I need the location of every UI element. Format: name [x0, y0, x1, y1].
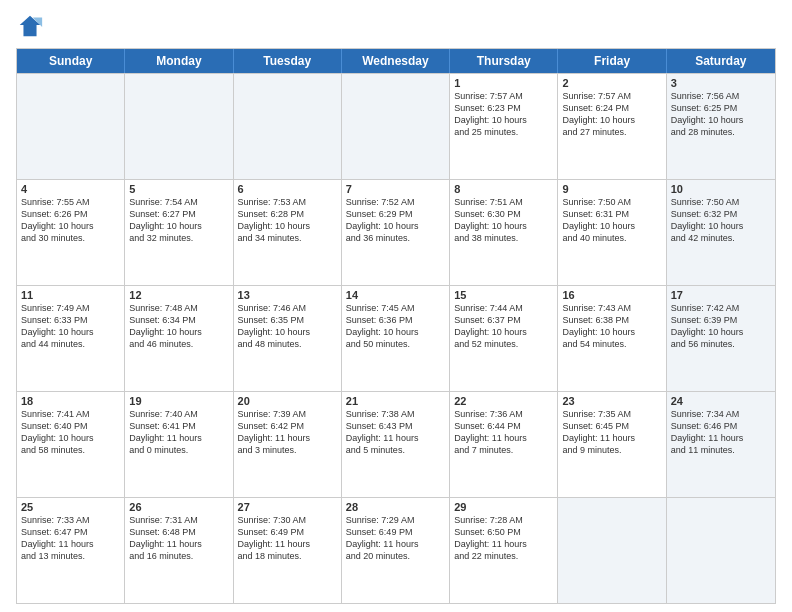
day-number: 16 — [562, 289, 661, 301]
calendar-cell: 8Sunrise: 7:51 AM Sunset: 6:30 PM Daylig… — [450, 180, 558, 285]
day-header-saturday: Saturday — [667, 49, 775, 73]
calendar-cell — [17, 74, 125, 179]
week-row-5: 25Sunrise: 7:33 AM Sunset: 6:47 PM Dayli… — [17, 497, 775, 603]
calendar-cell: 5Sunrise: 7:54 AM Sunset: 6:27 PM Daylig… — [125, 180, 233, 285]
day-number: 26 — [129, 501, 228, 513]
calendar-cell: 26Sunrise: 7:31 AM Sunset: 6:48 PM Dayli… — [125, 498, 233, 603]
calendar-cell: 25Sunrise: 7:33 AM Sunset: 6:47 PM Dayli… — [17, 498, 125, 603]
calendar-cell: 18Sunrise: 7:41 AM Sunset: 6:40 PM Dayli… — [17, 392, 125, 497]
day-header-friday: Friday — [558, 49, 666, 73]
calendar-cell: 28Sunrise: 7:29 AM Sunset: 6:49 PM Dayli… — [342, 498, 450, 603]
cell-info: Sunrise: 7:46 AM Sunset: 6:35 PM Dayligh… — [238, 302, 337, 351]
header — [16, 12, 776, 40]
calendar-cell: 21Sunrise: 7:38 AM Sunset: 6:43 PM Dayli… — [342, 392, 450, 497]
cell-info: Sunrise: 7:35 AM Sunset: 6:45 PM Dayligh… — [562, 408, 661, 457]
day-number: 4 — [21, 183, 120, 195]
cell-info: Sunrise: 7:28 AM Sunset: 6:50 PM Dayligh… — [454, 514, 553, 563]
day-number: 8 — [454, 183, 553, 195]
cell-info: Sunrise: 7:43 AM Sunset: 6:38 PM Dayligh… — [562, 302, 661, 351]
cell-info: Sunrise: 7:52 AM Sunset: 6:29 PM Dayligh… — [346, 196, 445, 245]
day-header-thursday: Thursday — [450, 49, 558, 73]
day-number: 23 — [562, 395, 661, 407]
calendar-cell: 2Sunrise: 7:57 AM Sunset: 6:24 PM Daylig… — [558, 74, 666, 179]
day-header-wednesday: Wednesday — [342, 49, 450, 73]
day-number: 6 — [238, 183, 337, 195]
cell-info: Sunrise: 7:49 AM Sunset: 6:33 PM Dayligh… — [21, 302, 120, 351]
calendar-cell: 23Sunrise: 7:35 AM Sunset: 6:45 PM Dayli… — [558, 392, 666, 497]
cell-info: Sunrise: 7:57 AM Sunset: 6:24 PM Dayligh… — [562, 90, 661, 139]
calendar-cell: 15Sunrise: 7:44 AM Sunset: 6:37 PM Dayli… — [450, 286, 558, 391]
cell-info: Sunrise: 7:30 AM Sunset: 6:49 PM Dayligh… — [238, 514, 337, 563]
calendar-cell: 10Sunrise: 7:50 AM Sunset: 6:32 PM Dayli… — [667, 180, 775, 285]
day-header-tuesday: Tuesday — [234, 49, 342, 73]
calendar: SundayMondayTuesdayWednesdayThursdayFrid… — [16, 48, 776, 604]
calendar-cell: 29Sunrise: 7:28 AM Sunset: 6:50 PM Dayli… — [450, 498, 558, 603]
calendar-cell — [558, 498, 666, 603]
calendar-cell: 12Sunrise: 7:48 AM Sunset: 6:34 PM Dayli… — [125, 286, 233, 391]
cell-info: Sunrise: 7:44 AM Sunset: 6:37 PM Dayligh… — [454, 302, 553, 351]
calendar-cell: 11Sunrise: 7:49 AM Sunset: 6:33 PM Dayli… — [17, 286, 125, 391]
day-number: 20 — [238, 395, 337, 407]
calendar-cell — [125, 74, 233, 179]
cell-info: Sunrise: 7:33 AM Sunset: 6:47 PM Dayligh… — [21, 514, 120, 563]
cell-info: Sunrise: 7:40 AM Sunset: 6:41 PM Dayligh… — [129, 408, 228, 457]
day-number: 25 — [21, 501, 120, 513]
cell-info: Sunrise: 7:54 AM Sunset: 6:27 PM Dayligh… — [129, 196, 228, 245]
calendar-cell — [234, 74, 342, 179]
calendar-cell: 7Sunrise: 7:52 AM Sunset: 6:29 PM Daylig… — [342, 180, 450, 285]
calendar-cell: 1Sunrise: 7:57 AM Sunset: 6:23 PM Daylig… — [450, 74, 558, 179]
day-number: 29 — [454, 501, 553, 513]
calendar-cell: 16Sunrise: 7:43 AM Sunset: 6:38 PM Dayli… — [558, 286, 666, 391]
cell-info: Sunrise: 7:36 AM Sunset: 6:44 PM Dayligh… — [454, 408, 553, 457]
calendar-cell: 6Sunrise: 7:53 AM Sunset: 6:28 PM Daylig… — [234, 180, 342, 285]
day-header-monday: Monday — [125, 49, 233, 73]
day-number: 27 — [238, 501, 337, 513]
week-row-4: 18Sunrise: 7:41 AM Sunset: 6:40 PM Dayli… — [17, 391, 775, 497]
cell-info: Sunrise: 7:56 AM Sunset: 6:25 PM Dayligh… — [671, 90, 771, 139]
calendar-cell: 22Sunrise: 7:36 AM Sunset: 6:44 PM Dayli… — [450, 392, 558, 497]
cell-info: Sunrise: 7:34 AM Sunset: 6:46 PM Dayligh… — [671, 408, 771, 457]
calendar-cell: 4Sunrise: 7:55 AM Sunset: 6:26 PM Daylig… — [17, 180, 125, 285]
day-number: 15 — [454, 289, 553, 301]
cell-info: Sunrise: 7:48 AM Sunset: 6:34 PM Dayligh… — [129, 302, 228, 351]
calendar-cell: 13Sunrise: 7:46 AM Sunset: 6:35 PM Dayli… — [234, 286, 342, 391]
day-number: 7 — [346, 183, 445, 195]
cell-info: Sunrise: 7:42 AM Sunset: 6:39 PM Dayligh… — [671, 302, 771, 351]
calendar-cell: 3Sunrise: 7:56 AM Sunset: 6:25 PM Daylig… — [667, 74, 775, 179]
cell-info: Sunrise: 7:50 AM Sunset: 6:31 PM Dayligh… — [562, 196, 661, 245]
week-row-3: 11Sunrise: 7:49 AM Sunset: 6:33 PM Dayli… — [17, 285, 775, 391]
day-number: 1 — [454, 77, 553, 89]
cell-info: Sunrise: 7:29 AM Sunset: 6:49 PM Dayligh… — [346, 514, 445, 563]
cell-info: Sunrise: 7:55 AM Sunset: 6:26 PM Dayligh… — [21, 196, 120, 245]
day-number: 5 — [129, 183, 228, 195]
cell-info: Sunrise: 7:50 AM Sunset: 6:32 PM Dayligh… — [671, 196, 771, 245]
calendar-cell — [342, 74, 450, 179]
calendar-cell: 17Sunrise: 7:42 AM Sunset: 6:39 PM Dayli… — [667, 286, 775, 391]
day-number: 14 — [346, 289, 445, 301]
day-number: 28 — [346, 501, 445, 513]
calendar-cell: 24Sunrise: 7:34 AM Sunset: 6:46 PM Dayli… — [667, 392, 775, 497]
logo-icon — [16, 12, 44, 40]
cell-info: Sunrise: 7:38 AM Sunset: 6:43 PM Dayligh… — [346, 408, 445, 457]
day-number: 12 — [129, 289, 228, 301]
day-number: 18 — [21, 395, 120, 407]
day-number: 22 — [454, 395, 553, 407]
cell-info: Sunrise: 7:53 AM Sunset: 6:28 PM Dayligh… — [238, 196, 337, 245]
cell-info: Sunrise: 7:31 AM Sunset: 6:48 PM Dayligh… — [129, 514, 228, 563]
day-number: 21 — [346, 395, 445, 407]
day-number: 11 — [21, 289, 120, 301]
day-number: 3 — [671, 77, 771, 89]
calendar-cell: 9Sunrise: 7:50 AM Sunset: 6:31 PM Daylig… — [558, 180, 666, 285]
logo — [16, 12, 48, 40]
week-row-2: 4Sunrise: 7:55 AM Sunset: 6:26 PM Daylig… — [17, 179, 775, 285]
calendar-cell: 14Sunrise: 7:45 AM Sunset: 6:36 PM Dayli… — [342, 286, 450, 391]
calendar-cell: 19Sunrise: 7:40 AM Sunset: 6:41 PM Dayli… — [125, 392, 233, 497]
day-number: 24 — [671, 395, 771, 407]
calendar-body: 1Sunrise: 7:57 AM Sunset: 6:23 PM Daylig… — [17, 73, 775, 603]
day-number: 10 — [671, 183, 771, 195]
week-row-1: 1Sunrise: 7:57 AM Sunset: 6:23 PM Daylig… — [17, 73, 775, 179]
cell-info: Sunrise: 7:39 AM Sunset: 6:42 PM Dayligh… — [238, 408, 337, 457]
calendar-header-row: SundayMondayTuesdayWednesdayThursdayFrid… — [17, 49, 775, 73]
calendar-cell: 27Sunrise: 7:30 AM Sunset: 6:49 PM Dayli… — [234, 498, 342, 603]
day-number: 9 — [562, 183, 661, 195]
